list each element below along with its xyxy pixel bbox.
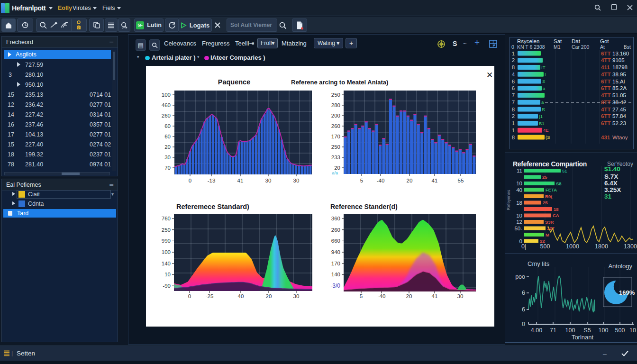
svg-text:1: 1 bbox=[512, 51, 515, 56]
svg-text:CA: CA bbox=[553, 213, 559, 218]
svg-text:-13: -13 bbox=[208, 178, 216, 183]
svg-text:Cmy lits: Cmy lits bbox=[528, 260, 550, 267]
svg-text:5: 5 bbox=[360, 178, 363, 183]
svg-text:25: 25 bbox=[543, 200, 548, 205]
svg-text:1: 1 bbox=[512, 127, 515, 133]
svg-text:4.00: 4.00 bbox=[531, 327, 542, 334]
svg-text:51.05: 51.05 bbox=[612, 92, 626, 98]
svg-text:38.95: 38.95 bbox=[612, 72, 626, 77]
svg-text:4TT: 4TT bbox=[601, 72, 610, 77]
svg-text:S3R: S3R bbox=[545, 219, 554, 225]
svg-text:100: 100 bbox=[565, 327, 575, 334]
svg-text:FETA: FETA bbox=[546, 187, 557, 192]
svg-text:8: 8 bbox=[512, 107, 515, 112]
svg-text:30: 30 bbox=[265, 178, 272, 183]
svg-text:Sat: Sat bbox=[554, 38, 562, 44]
svg-text:170: 170 bbox=[331, 261, 340, 266]
svg-text:0: 0 bbox=[189, 178, 191, 183]
svg-text:250: 250 bbox=[162, 227, 171, 233]
svg-text:233: 233 bbox=[331, 155, 340, 160]
svg-text:a/a: a/a bbox=[332, 171, 338, 175]
svg-text:Rsycelen: Rsycelen bbox=[517, 38, 539, 44]
svg-text:Antology: Antology bbox=[608, 263, 632, 270]
svg-text:55: 55 bbox=[458, 178, 464, 183]
svg-text:Car 200: Car 200 bbox=[572, 44, 590, 50]
svg-text:S: S bbox=[542, 79, 545, 84]
svg-text:Paquence: Paquence bbox=[218, 78, 251, 86]
svg-text:Bst: Bst bbox=[624, 44, 631, 50]
svg-text:60: 60 bbox=[164, 123, 171, 129]
svg-text:250: 250 bbox=[331, 144, 340, 150]
svg-text:57.84: 57.84 bbox=[612, 113, 626, 119]
svg-text:Referemece Standard): Referemece Standard) bbox=[176, 203, 249, 210]
svg-text:431: 431 bbox=[601, 135, 610, 140]
svg-text:?: ? bbox=[77, 26, 80, 30]
svg-text:9105: 9105 bbox=[612, 57, 625, 63]
svg-text:140: 140 bbox=[162, 261, 171, 266]
svg-text:27.45: 27.45 bbox=[612, 107, 626, 112]
svg-text:5: 5 bbox=[360, 293, 363, 299]
svg-text:41: 41 bbox=[237, 178, 244, 183]
svg-text:200: 200 bbox=[331, 113, 340, 118]
svg-text:20: 20 bbox=[164, 144, 171, 150]
svg-text:-90: -90 bbox=[163, 283, 171, 289]
svg-text:40: 40 bbox=[516, 187, 522, 193]
svg-text:250: 250 bbox=[331, 92, 340, 98]
svg-text:18: 18 bbox=[554, 207, 559, 212]
svg-text:poo: poo bbox=[515, 273, 525, 280]
svg-text:At: At bbox=[600, 44, 605, 50]
svg-text:Refeyenes: Refeyenes bbox=[506, 190, 511, 210]
svg-text:R: R bbox=[542, 107, 545, 112]
svg-text:260: 260 bbox=[331, 123, 340, 129]
svg-text:S.7X: S.7X bbox=[604, 173, 618, 180]
svg-text:✕: ✕ bbox=[486, 71, 493, 80]
svg-text:30: 30 bbox=[293, 293, 300, 299]
svg-text:660: 660 bbox=[331, 238, 340, 244]
svg-text:100: 100 bbox=[599, 327, 609, 334]
svg-text:a: a bbox=[541, 100, 544, 105]
svg-text:50-: 50- bbox=[514, 226, 522, 231]
svg-text:Torlnant: Torlnant bbox=[572, 334, 594, 341]
svg-text:1800: 1800 bbox=[595, 243, 608, 250]
svg-text:6: 6 bbox=[522, 290, 525, 296]
svg-text:500: 500 bbox=[615, 327, 625, 334]
svg-text:4: 4 bbox=[512, 72, 515, 77]
svg-text:6.4X: 6.4X bbox=[604, 180, 618, 187]
svg-text:Refeference Compartion: Refeference Compartion bbox=[513, 160, 587, 168]
svg-text:20: 20 bbox=[266, 293, 272, 299]
svg-text:$1.40: $1.40 bbox=[604, 165, 620, 173]
svg-text:8: 8 bbox=[512, 135, 515, 140]
svg-text:85.2A: 85.2A bbox=[612, 85, 627, 91]
svg-text:6TT: 6TT bbox=[601, 85, 610, 91]
svg-text:KN T 6 2308: KN T 6 2308 bbox=[517, 44, 545, 50]
svg-text:6TT: 6TT bbox=[601, 79, 610, 84]
svg-text:71: 71 bbox=[550, 327, 556, 334]
svg-text:10: 10 bbox=[629, 327, 636, 334]
svg-text:3.25X: 3.25X bbox=[604, 186, 621, 193]
svg-text:Got: Got bbox=[600, 38, 609, 44]
svg-text:40: 40 bbox=[238, 293, 244, 299]
svg-text:30: 30 bbox=[164, 155, 171, 160]
svg-text:38-42: 38-42 bbox=[612, 100, 626, 105]
svg-text:18798: 18798 bbox=[612, 64, 628, 70]
svg-text:1300: 1300 bbox=[624, 243, 637, 250]
svg-text:S8: S8 bbox=[556, 181, 562, 186]
svg-text:B9(: B9( bbox=[545, 194, 553, 199]
svg-text:10: 10 bbox=[516, 213, 522, 218]
svg-text:100: 100 bbox=[162, 249, 171, 255]
svg-text:Dat: Dat bbox=[572, 38, 581, 44]
svg-text:460: 460 bbox=[162, 102, 171, 108]
svg-text:[1: [1 bbox=[539, 114, 543, 119]
svg-text:6: 6 bbox=[522, 306, 525, 313]
svg-text:11: 11 bbox=[517, 168, 522, 173]
svg-text:0: 0 bbox=[511, 44, 514, 50]
svg-text:8: 8 bbox=[512, 64, 515, 70]
svg-text:13.160: 13.160 bbox=[612, 51, 629, 56]
svg-text:52.23: 52.23 bbox=[612, 120, 626, 126]
svg-text:500: 500 bbox=[540, 243, 550, 250]
svg-text:M1: M1 bbox=[554, 44, 561, 50]
svg-text:7: 7 bbox=[512, 100, 515, 105]
svg-text:10: 10 bbox=[516, 181, 522, 186]
svg-text:4TT: 4TT bbox=[601, 92, 610, 98]
svg-text:4TT: 4TT bbox=[601, 57, 610, 63]
